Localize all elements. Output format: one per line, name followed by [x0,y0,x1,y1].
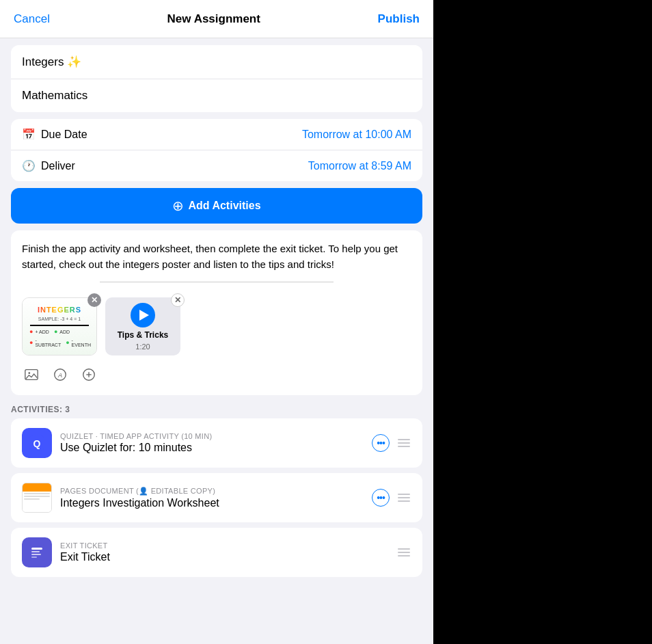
pages-activity-name: Integers Investigation Worksheet [60,497,364,509]
clock-icon: 🕐 [22,159,36,172]
pages-thumb-header [23,483,51,492]
quizlet-more-button[interactable]: ••• [372,434,390,452]
integers-op-add: ●+ ADD ●ADD [29,328,90,335]
svg-point-1 [28,372,30,374]
pages-more-button[interactable]: ••• [372,489,390,507]
deliver-label: 🕐 Deliver [22,159,75,172]
video-thumbnail: Tips & Tricks 1:20 [105,297,180,355]
assignment-title-text: Integers ✨ [22,55,81,68]
add-activities-button[interactable]: ⊕ Add Activities [11,188,422,224]
plus-circle-icon: ⊕ [172,198,184,214]
add-more-icon[interactable] [79,365,98,384]
integers-ops: ●+ ADD ●ADD ●- SUBTRACT ●- EVENTH [27,328,92,347]
add-activities-label: Add Activities [188,200,260,212]
notes-section: Finish the app activity and worksheet, t… [11,230,422,395]
video-attachment[interactable]: Tips & Tricks 1:20 ✕ [105,297,180,355]
integers-op-sub: ●- SUBTRACT ●- EVENTH [29,338,90,347]
pages-drag-handle[interactable] [396,492,411,503]
video-duration: 1:20 [135,343,150,351]
quizlet-activity-name: Use Quizlet for: 10 minutes [60,442,364,454]
pages-activity-info: PAGES DOCUMENT (👤 EDITABLE COPY) Integer… [60,487,364,509]
integers-subtitle: SAMPLE: -3 + 4 = 1 [38,317,81,321]
subject-field[interactable]: Mathematics [11,79,422,112]
drag-line-2 [398,442,410,444]
exit-activity-type: EXIT TICKET [60,541,388,550]
drag-line-8 [398,552,410,553]
deliver-row[interactable]: 🕐 Deliver Tomorrow at 8:59 AM [11,150,422,181]
integers-attachment[interactable]: INTEGERS SAMPLE: -3 + 4 = 1 ●+ ADD ●ADD … [22,297,97,355]
cancel-button[interactable]: Cancel [14,12,50,26]
integers-thumbnail: INTEGERS SAMPLE: -3 + 4 = 1 ●+ ADD ●ADD … [22,297,97,355]
title-section: Integers ✨ Mathematics [11,45,422,112]
svg-rect-10 [31,548,42,550]
quizlet-activity-info: QUIZLET · TIMED APP ACTIVITY (10 MIN) Us… [60,432,364,454]
pages-activity-type: PAGES DOCUMENT (👤 EDITABLE COPY) [60,487,364,496]
exit-activity-info: EXIT TICKET Exit Ticket [60,541,388,563]
due-date-row[interactable]: 📅 Due Date Tomorrow at 10:00 AM [11,119,422,150]
modal-container: Cancel New Assignment Publish Integers ✨… [0,0,433,644]
subject-text: Mathematics [22,89,87,102]
page-thumb-line-1 [24,493,50,494]
notes-text: Finish the app activity and worksheet, t… [22,241,411,272]
exit-activity-name: Exit Ticket [60,551,388,563]
integers-number-line [30,325,89,326]
due-date-label: 📅 Due Date [22,128,87,141]
date-section: 📅 Due Date Tomorrow at 10:00 AM 🕐 Delive… [11,119,422,181]
remove-integers-button[interactable]: ✕ [87,293,101,307]
drag-line-6 [398,500,410,502]
attachments-row: INTEGERS SAMPLE: -3 + 4 = 1 ●+ ADD ●ADD … [22,297,411,355]
integers-inner: INTEGERS SAMPLE: -3 + 4 = 1 ●+ ADD ●ADD … [23,298,96,355]
svg-rect-12 [31,554,41,555]
activities-count-label: ACTIVITIES: 3 [11,405,422,414]
deliver-value: Tomorrow at 8:59 AM [308,160,411,172]
pages-more-dots-icon: ••• [377,492,385,503]
drag-line-4 [398,494,410,495]
play-button[interactable] [131,303,155,327]
calendar-icon: 📅 [22,128,36,141]
play-triangle-icon [139,310,149,321]
page-thumb-line-2 [24,496,50,497]
due-date-value: Tomorrow at 10:00 AM [302,129,411,141]
toolbar-icons: A [22,365,411,384]
modal-title: New Assignment [167,12,260,26]
quizlet-more-dots-icon: ••• [377,438,385,448]
remove-video-button[interactable]: ✕ [171,293,185,307]
quizlet-activity-type: QUIZLET · TIMED APP ACTIVITY (10 MIN) [60,432,364,440]
text-format-icon[interactable]: A [51,365,70,384]
modal-header: Cancel New Assignment Publish [0,0,433,38]
integers-title: INTEGERS [38,306,81,314]
activity-card-pages: PAGES DOCUMENT (👤 EDITABLE COPY) Integer… [11,473,422,522]
pages-thumb-body [23,492,51,512]
svg-rect-13 [31,556,37,558]
page-thumb-line-3 [24,498,40,500]
image-icon[interactable] [22,365,41,384]
quizlet-logo-icon: Q [27,433,46,453]
drag-line-1 [398,439,410,440]
exit-activity-actions [396,547,411,558]
drag-line-7 [398,548,410,550]
quizlet-icon: Q [22,428,52,458]
divider [100,282,334,282]
activity-card-exit: EXIT TICKET Exit Ticket [11,528,422,577]
exit-ticket-icon [22,537,52,567]
activity-card-quizlet: Q QUIZLET · TIMED APP ACTIVITY (10 MIN) … [11,418,422,468]
assignment-title-field[interactable]: Integers ✨ [11,45,422,79]
deliver-label-text: Deliver [41,160,75,172]
svg-rect-11 [31,551,40,552]
pages-activity-actions: ••• [372,489,411,507]
publish-button[interactable]: Publish [378,12,420,26]
quizlet-activity-actions: ••• [372,434,411,452]
svg-text:Q: Q [33,438,41,449]
video-title: Tips & Tricks [118,330,168,340]
quizlet-drag-handle[interactable] [396,438,411,448]
drag-line-3 [398,446,410,447]
exit-drag-handle[interactable] [396,547,411,558]
due-date-label-text: Due Date [41,129,87,141]
drag-line-9 [398,555,410,556]
pages-thumbnail [22,483,52,513]
svg-text:A: A [57,372,62,379]
drag-line-5 [398,497,410,498]
exit-ticket-logo-icon [27,543,46,562]
